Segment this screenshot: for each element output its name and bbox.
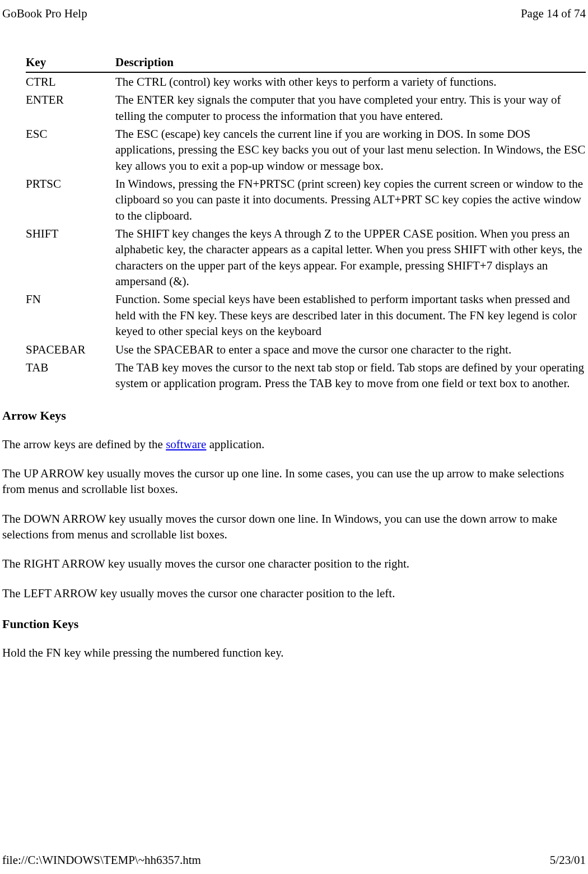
arrow-intro-suffix: application. (206, 438, 264, 451)
table-row: TAB The TAB key moves the cursor to the … (26, 359, 586, 393)
key-cell: ENTER (26, 91, 115, 125)
table-row: ESC The ESC (escape) key cancels the cur… (26, 125, 586, 175)
function-keys-body: Hold the FN key while pressing the numbe… (2, 645, 586, 661)
header-description: Description (115, 53, 586, 72)
page-header: GoBook Pro Help Page 14 of 74 (0, 0, 588, 21)
desc-cell: The CTRL (control) key works with other … (115, 72, 586, 91)
function-keys-heading: Function Keys (2, 617, 586, 631)
key-cell: FN (26, 290, 115, 340)
key-description-table: Key Description CTRL The CTRL (control) … (26, 53, 586, 393)
arrow-keys-heading: Arrow Keys (2, 408, 586, 423)
up-arrow-paragraph: The UP ARROW key usually moves the curso… (2, 466, 586, 498)
key-cell: SPACEBAR (26, 341, 115, 359)
table-row: ENTER The ENTER key signals the computer… (26, 91, 586, 125)
left-arrow-paragraph: The LEFT ARROW key usually moves the cur… (2, 585, 586, 601)
footer-path: file://C:\WINDOWS\TEMP\~hh6357.htm (2, 853, 201, 867)
right-arrow-paragraph: The RIGHT ARROW key usually moves the cu… (2, 556, 586, 571)
down-arrow-paragraph: The DOWN ARROW key usually moves the cur… (2, 511, 586, 543)
arrow-intro-prefix: The arrow keys are defined by the (2, 438, 166, 451)
table-row: CTRL The CTRL (control) key works with o… (26, 72, 586, 91)
desc-cell: The ESC (escape) key cancels the current… (115, 125, 586, 175)
desc-cell: The ENTER key signals the computer that … (115, 91, 586, 125)
table-row: SPACEBAR Use the SPACEBAR to enter a spa… (26, 341, 586, 359)
desc-cell: Function. Some special keys have been es… (115, 290, 586, 340)
footer-date: 5/23/01 (550, 853, 586, 867)
desc-cell: The SHIFT key changes the keys A through… (115, 225, 586, 290)
content-area: Key Description CTRL The CTRL (control) … (0, 53, 588, 661)
key-table-container: Key Description CTRL The CTRL (control) … (26, 53, 586, 393)
page-footer: file://C:\WINDOWS\TEMP\~hh6357.htm 5/23/… (2, 853, 586, 867)
key-cell: ESC (26, 125, 115, 175)
desc-cell: Use the SPACEBAR to enter a space and mo… (115, 341, 586, 359)
key-cell: TAB (26, 359, 115, 393)
table-header-row: Key Description (26, 53, 586, 72)
doc-title: GoBook Pro Help (2, 7, 87, 21)
table-row: PRTSC In Windows, pressing the FN+PRTSC … (26, 175, 586, 225)
header-key: Key (26, 53, 115, 72)
page-indicator: Page 14 of 74 (521, 7, 586, 21)
key-cell: PRTSC (26, 175, 115, 225)
desc-cell: In Windows, pressing the FN+PRTSC (print… (115, 175, 586, 225)
table-row: FN Function. Some special keys have been… (26, 290, 586, 340)
key-cell: CTRL (26, 72, 115, 91)
arrow-keys-intro: The arrow keys are defined by the softwa… (2, 436, 586, 452)
software-link[interactable]: software (166, 438, 206, 451)
table-row: SHIFT The SHIFT key changes the keys A t… (26, 225, 586, 290)
key-cell: SHIFT (26, 225, 115, 290)
desc-cell: The TAB key moves the cursor to the next… (115, 359, 586, 393)
